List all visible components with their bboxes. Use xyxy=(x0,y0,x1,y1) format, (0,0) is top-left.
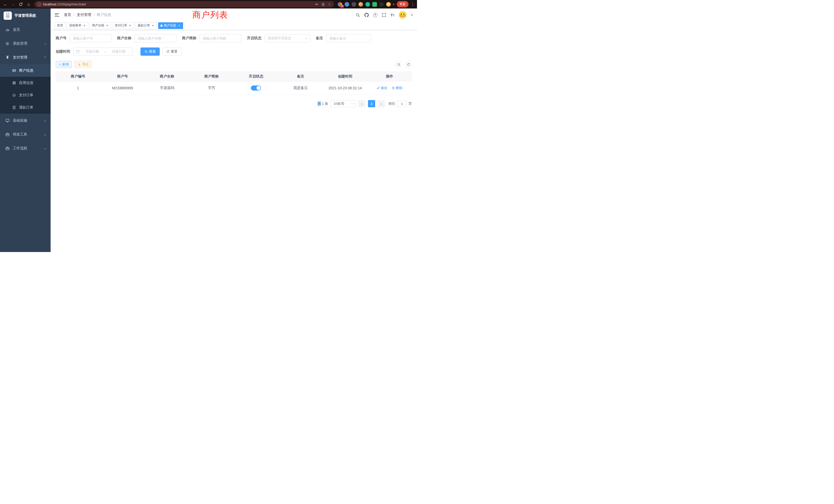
tab-user-group[interactable]: 用户分组× xyxy=(90,22,111,29)
site-info-icon[interactable]: i xyxy=(38,3,41,6)
extension-icon-black[interactable] xyxy=(379,2,384,7)
tab-process-form[interactable]: 流程表单× xyxy=(67,22,88,29)
col-full-name: 商户全称 xyxy=(145,72,189,81)
date-separator: - xyxy=(105,50,106,54)
breadcrumb-home[interactable]: 首页 xyxy=(64,13,71,17)
sidebar-item-app-info[interactable]: 应用信息 xyxy=(0,77,50,89)
url-path: :1024/pay/merchant xyxy=(56,2,86,6)
sidebar-item-infrastructure[interactable]: 基础设施 xyxy=(0,114,50,128)
close-icon[interactable]: × xyxy=(177,24,181,27)
trash-icon xyxy=(392,87,395,90)
prev-page-button[interactable]: ‹ xyxy=(358,100,366,107)
chevron-down-icon[interactable] xyxy=(411,15,413,17)
edit-link[interactable]: 修改 xyxy=(377,86,387,90)
extension-icon-green-square[interactable] xyxy=(372,2,377,7)
dashboard-icon xyxy=(5,28,10,32)
password-key-icon[interactable] xyxy=(315,3,319,6)
bookmark-star-icon[interactable]: ☆ xyxy=(328,2,331,6)
close-icon[interactable]: × xyxy=(151,24,155,27)
col-status: 开启状态 xyxy=(234,72,278,81)
url-bar[interactable]: i localhost :1024/pay/merchant ☆ xyxy=(35,1,334,7)
sidebar-item-dev-tools[interactable]: 研发工具 xyxy=(0,128,50,141)
yen-icon: ¥ xyxy=(5,55,10,60)
chevron-down-icon xyxy=(44,147,46,150)
tabs-bar: 首页 流程表单× 用户分组× 支付订单× 退款订单× 商户信息× xyxy=(50,21,417,30)
browser-menu-icon[interactable]: ⋮ xyxy=(411,2,415,7)
full-name-input[interactable] xyxy=(135,34,176,42)
close-icon[interactable]: × xyxy=(128,24,132,27)
browser-back-icon[interactable]: ← xyxy=(2,1,9,8)
filter-row-2: 创建时间 开始日期 - 结束日期 搜索 重置 xyxy=(56,47,412,56)
merchant-no-input[interactable] xyxy=(70,34,111,42)
cell-full-name: 芋道源码 xyxy=(145,81,189,95)
github-icon[interactable] xyxy=(364,13,369,17)
date-range-picker[interactable]: 开始日期 - 结束日期 xyxy=(73,47,133,56)
fullscreen-icon[interactable] xyxy=(382,13,386,17)
extension-icon-avatar[interactable] xyxy=(358,2,363,7)
delete-link[interactable]: 删除 xyxy=(392,86,402,90)
avatar[interactable] xyxy=(399,11,407,19)
app-logo[interactable]: 芋道管理系统 xyxy=(0,8,50,23)
sidebar-item-payment[interactable]: ¥ 支付管理 xyxy=(0,50,50,64)
extensions-area: 10 xyxy=(337,2,392,7)
sidebar-item-workflow[interactable]: 工作流程 xyxy=(0,141,50,155)
goto-label: 前往 xyxy=(389,101,395,106)
status-select[interactable]: 请选择开启状态 xyxy=(264,34,310,42)
pencil-icon xyxy=(377,87,380,90)
browser-update-button[interactable]: 更新 xyxy=(397,1,409,7)
tab-payment-orders[interactable]: 支付订单× xyxy=(112,22,134,29)
add-button[interactable]: + 新增 xyxy=(56,61,72,68)
tab-refund-orders[interactable]: 退款订单× xyxy=(135,22,157,29)
remark-input[interactable] xyxy=(326,34,371,42)
chevron-down-icon xyxy=(44,134,46,136)
col-short-name: 商户简称 xyxy=(189,72,234,81)
short-name-input[interactable] xyxy=(199,34,241,42)
tab-home[interactable]: 首页 xyxy=(55,22,65,29)
browser-reload-icon[interactable] xyxy=(18,1,24,8)
cell-short-name: 芋艿 xyxy=(189,81,234,95)
annotation-title: 商户列表 xyxy=(192,9,228,21)
goto-page-input[interactable] xyxy=(397,100,407,107)
refresh-table-button[interactable] xyxy=(405,61,412,68)
tab-merchant-info[interactable]: 商户信息× xyxy=(158,22,183,29)
extension-icon-puzzle[interactable]: 10 xyxy=(338,2,342,7)
extension-icon-green-circle[interactable] xyxy=(366,2,370,7)
reset-button[interactable]: 重置 xyxy=(162,47,181,56)
sidebar-item-refund-orders[interactable]: 退款订单 xyxy=(0,101,50,114)
breadcrumb-separator: / xyxy=(73,13,74,17)
search-button[interactable]: 搜索 xyxy=(140,47,160,56)
search-icon[interactable] xyxy=(356,13,360,17)
extension-icon-blue[interactable] xyxy=(345,2,349,7)
extension-icon-smiley[interactable] xyxy=(386,2,391,7)
breadcrumb-payment[interactable]: 支付管理 xyxy=(77,13,91,17)
next-page-button[interactable]: › xyxy=(378,100,385,107)
sidebar: 芋道管理系统 首页 系统管理 ¥ 支付管理 商户信息 xyxy=(0,8,50,252)
sidebar-item-system[interactable]: 系统管理 xyxy=(0,37,50,50)
chevron-down-icon xyxy=(306,37,308,39)
sidebar-item-payment-orders[interactable]: 支付订单 xyxy=(0,89,50,101)
export-button[interactable]: 导出 xyxy=(74,61,92,68)
extension-icon-dark[interactable] xyxy=(352,2,356,7)
share-icon[interactable] xyxy=(322,3,325,6)
font-size-icon[interactable]: TT xyxy=(391,13,394,17)
status-toggle[interactable] xyxy=(251,86,261,91)
close-icon[interactable]: × xyxy=(106,24,109,27)
full-name-label: 商户全称 xyxy=(117,36,131,41)
browser-toolbar: ← → ⌂ i localhost :1024/pay/merchant ☆ 1… xyxy=(0,0,417,8)
page-size-select[interactable]: 10条/页 xyxy=(331,100,356,107)
active-dot xyxy=(160,25,162,27)
close-icon[interactable]: × xyxy=(83,24,86,27)
page-1-button[interactable]: 1 xyxy=(368,100,375,107)
chevron-up-icon xyxy=(44,56,46,59)
browser-forward-icon[interactable]: → xyxy=(10,1,17,8)
pagination: 共 1 条 10条/页 ‹ 1 › 前往 页 xyxy=(56,100,412,107)
sidebar-menu: 首页 系统管理 ¥ 支付管理 商户信息 应用信息 xyxy=(0,23,50,252)
sidebar-item-home[interactable]: 首页 xyxy=(0,23,50,37)
browser-home-icon[interactable]: ⌂ xyxy=(25,1,32,8)
help-icon[interactable]: ? xyxy=(373,13,377,17)
toggle-search-button[interactable] xyxy=(395,61,402,68)
breadcrumb-separator: / xyxy=(93,13,94,17)
col-merchant-id: 商户编号 xyxy=(56,72,100,81)
sidebar-item-merchant-info[interactable]: 商户信息 xyxy=(0,64,50,77)
sidebar-toggle-icon[interactable] xyxy=(55,13,59,17)
